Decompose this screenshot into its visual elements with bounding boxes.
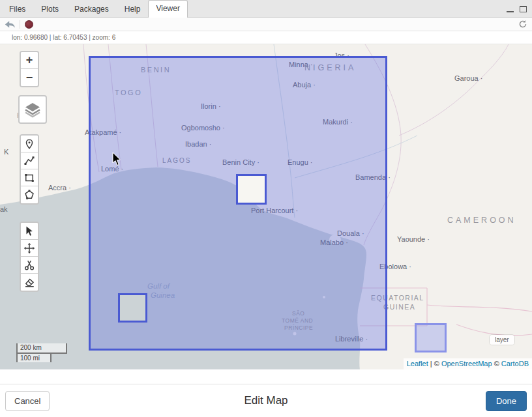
draw-marker-icon bbox=[23, 138, 35, 150]
drawn-rectangle-warri[interactable] bbox=[236, 174, 267, 205]
draw-polygon-icon bbox=[23, 189, 35, 201]
page-title: Edit Map bbox=[0, 394, 532, 407]
tab-plots[interactable]: Plots bbox=[33, 1, 66, 17]
pane-tab-bar: Files Plots Packages Help Viewer bbox=[0, 0, 532, 18]
tab-files[interactable]: Files bbox=[1, 1, 33, 17]
coordinates-readout: lon: 0.96680 | lat: 6.70453 | zoom: 6 bbox=[12, 34, 115, 41]
remove-layers-button[interactable] bbox=[21, 274, 38, 291]
refresh-icon[interactable] bbox=[518, 20, 527, 29]
draw-rectangle-icon bbox=[23, 172, 35, 184]
window-buttons bbox=[507, 6, 527, 12]
copyright-symbol-1: © bbox=[434, 360, 439, 367]
viewer-back-icon[interactable] bbox=[5, 20, 15, 29]
drawn-rectangle-coast[interactable] bbox=[118, 293, 147, 323]
attribution: Leaflet | © OpenStreetMap © CartoDB bbox=[404, 358, 532, 369]
edit-vertices-button[interactable] bbox=[21, 223, 38, 240]
layers-icon bbox=[24, 101, 41, 118]
copyright-symbol-2: © bbox=[494, 360, 499, 367]
draw-polyline-icon bbox=[23, 155, 35, 167]
zoom-out-button[interactable]: − bbox=[21, 69, 38, 86]
attribution-separator: | bbox=[430, 360, 432, 367]
layer-button[interactable]: layer bbox=[490, 335, 514, 345]
remove-layers-icon bbox=[23, 276, 35, 288]
map-canvas[interactable]: Jos ·Minna ·NIGERIABENINGaroua ·Abuja ·T… bbox=[0, 44, 532, 369]
maximize-icon[interactable] bbox=[520, 6, 527, 12]
edit-toolbar bbox=[20, 222, 39, 292]
drag-layers-button[interactable] bbox=[21, 240, 38, 257]
draw-marker-button[interactable] bbox=[21, 136, 38, 152]
draw-polygon-button[interactable] bbox=[21, 186, 38, 203]
zoom-control: + − bbox=[20, 51, 39, 87]
status-bar: lon: 0.96680 | lat: 6.70453 | zoom: 6 bbox=[0, 31, 532, 44]
cartodb-link[interactable]: CartoDB bbox=[501, 360, 529, 367]
tab-help[interactable]: Help bbox=[117, 1, 149, 17]
draw-rectangle-button[interactable] bbox=[21, 169, 38, 186]
done-button[interactable]: Done bbox=[486, 391, 527, 411]
viewer-toolbar bbox=[0, 18, 532, 31]
footer-bar: Cancel Edit Map Done bbox=[0, 384, 532, 417]
layers-control[interactable] bbox=[18, 95, 47, 124]
cut-layers-icon bbox=[23, 259, 35, 271]
minimize-icon[interactable] bbox=[507, 7, 514, 12]
cut-layers-button[interactable] bbox=[21, 257, 38, 274]
draw-toolbar bbox=[20, 134, 39, 205]
drag-layers-icon bbox=[23, 242, 35, 254]
toolbar-separator bbox=[20, 20, 20, 29]
edit-vertices-icon bbox=[23, 225, 35, 237]
scale-mi: 100 mi bbox=[16, 352, 52, 363]
tab-packages[interactable]: Packages bbox=[66, 1, 117, 17]
zoom-in-button[interactable]: + bbox=[21, 52, 38, 69]
openstreetmap-link[interactable]: OpenStreetMap bbox=[441, 360, 492, 367]
tab-viewer[interactable]: Viewer bbox=[148, 0, 187, 18]
viewer-stop-icon[interactable] bbox=[25, 20, 33, 29]
drawn-rectangle-southeast[interactable] bbox=[415, 323, 447, 352]
leaflet-link[interactable]: Leaflet bbox=[407, 360, 428, 367]
draw-polyline-button[interactable] bbox=[21, 152, 38, 169]
scale-control: 200 km 100 mi bbox=[16, 343, 67, 362]
